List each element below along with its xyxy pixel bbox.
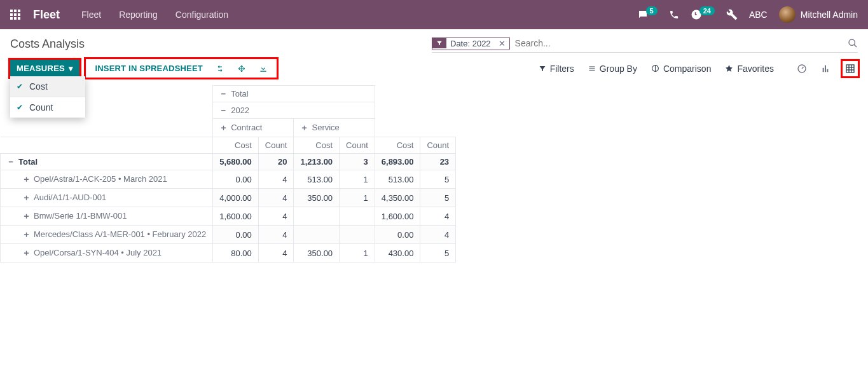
expand-all-icon[interactable] — [232, 62, 251, 76]
cell: 350.00 — [294, 189, 340, 207]
phone-icon[interactable] — [669, 10, 679, 20]
cell: 4 — [258, 207, 294, 226]
group-by-label: Group By — [600, 64, 637, 74]
download-icon[interactable] — [254, 62, 273, 76]
apps-icon[interactable] — [10, 10, 20, 20]
cell: 4 — [258, 226, 294, 244]
col-header-total[interactable]: −Total — [213, 86, 375, 102]
check-icon: ✔ — [17, 103, 24, 112]
navbar-left: Fleet Fleet Reporting Configuration — [10, 8, 228, 22]
cp-right: Filters Group By Comparison Favorites — [539, 61, 858, 76]
app-title[interactable]: Fleet — [33, 8, 60, 22]
cell: 4,350.00 — [375, 189, 420, 207]
cell: 4 — [258, 189, 294, 207]
nav-links: Fleet Reporting Configuration — [81, 10, 228, 20]
pivot-view-icon[interactable] — [843, 61, 858, 76]
measure-header[interactable]: Count — [420, 137, 456, 154]
measure-header[interactable]: Cost — [213, 137, 259, 154]
cell: 4 — [258, 170, 294, 189]
cell: 3 — [340, 154, 375, 170]
user-name: Mitchell Admin — [801, 10, 858, 20]
col-header-year[interactable]: −2022 — [213, 102, 375, 119]
measures-item-cost[interactable]: ✔ Cost — [10, 76, 85, 97]
expand-icon[interactable]: ＋ — [22, 247, 30, 259]
cell: 4 — [420, 207, 456, 226]
expand-icon[interactable]: ＋ — [22, 229, 30, 240]
spreadsheet-toolbar: INSERT IN SPREADSHEET — [86, 59, 277, 78]
row-header[interactable]: ＋Audi/A1/1-AUD-001 — [1, 189, 213, 207]
cell: 4,000.00 — [213, 189, 259, 207]
collapse-icon[interactable]: − — [219, 106, 227, 115]
comparison-button[interactable]: Comparison — [651, 64, 711, 74]
row-header[interactable]: ＋Opel/Corsa/1-SYN-404 • July 2021 — [1, 244, 213, 262]
measures-item-count[interactable]: ✔ Count — [10, 97, 85, 118]
search-icon[interactable] — [848, 38, 858, 48]
expand-icon[interactable]: ＋ — [22, 192, 30, 203]
expand-icon[interactable]: ＋ — [22, 174, 30, 185]
table-row: ＋Audi/A1/1-AUD-001 4,000.00 4 350.00 1 4… — [1, 189, 456, 207]
measures-item-label: Cost — [29, 81, 48, 92]
table-row: ＋Mercedes/Class A/1-MER-001 • February 2… — [1, 226, 456, 244]
cell: 5 — [420, 170, 456, 189]
cell: 6,893.00 — [375, 154, 420, 170]
row-header[interactable]: ＋Bmw/Serie 1/1-BMW-001 — [1, 207, 213, 226]
cell: 1 — [340, 189, 375, 207]
row-header[interactable]: ＋Opel/Astra/1-ACK-205 • March 2021 — [1, 170, 213, 189]
col-header-service[interactable]: ＋Service — [294, 119, 375, 137]
page-title: Costs Analysis — [10, 37, 85, 51]
expand-icon[interactable]: ＋ — [300, 122, 308, 133]
graph-view-icon[interactable] — [818, 61, 834, 76]
measures-item-label: Count — [29, 102, 53, 112]
cell: 5,680.00 — [213, 154, 259, 170]
activities-badge: 24 — [699, 6, 715, 15]
col-header-contract[interactable]: ＋Contract — [213, 119, 294, 137]
messages-badge: 5 — [646, 6, 658, 15]
svg-point-0 — [849, 39, 855, 45]
caret-down-icon: ▾ — [69, 64, 73, 73]
search-facet-date: Date: 2022 ✕ — [432, 37, 510, 50]
table-row: ＋Bmw/Serie 1/1-BMW-001 1,600.00 4 1,600.… — [1, 207, 456, 226]
measures-button[interactable]: MEASURES ▾ — [10, 60, 79, 77]
nav-link-reporting[interactable]: Reporting — [119, 10, 158, 20]
top-navbar: Fleet Fleet Reporting Configuration 5 24… — [0, 0, 868, 29]
measures-dropdown: ✔ Cost ✔ Count — [10, 76, 85, 118]
cell — [294, 226, 340, 244]
favorites-label: Favorites — [737, 64, 774, 74]
user-menu[interactable]: Mitchell Admin — [779, 6, 858, 23]
measure-header[interactable]: Count — [340, 137, 375, 154]
expand-icon[interactable]: ＋ — [219, 122, 227, 133]
facet-remove-icon[interactable]: ✕ — [495, 39, 509, 48]
debug-icon[interactable] — [726, 9, 738, 20]
check-icon: ✔ — [17, 82, 24, 91]
insert-spreadsheet-button[interactable]: INSERT IN SPREADSHEET — [90, 61, 208, 76]
nav-link-fleet[interactable]: Fleet — [81, 10, 101, 20]
flip-axis-icon[interactable] — [210, 62, 230, 76]
svg-rect-4 — [846, 65, 854, 72]
expand-icon[interactable]: ＋ — [22, 210, 30, 222]
group-by-button[interactable]: Group By — [588, 64, 637, 74]
cell: 0.00 — [213, 170, 259, 189]
measure-header[interactable]: Cost — [375, 137, 420, 154]
pivot-table-container: −Total −2022 ＋Contract ＋Service Cost Cou… — [0, 85, 868, 262]
cell: 0.00 — [375, 226, 420, 244]
company-selector[interactable]: ABC — [749, 10, 768, 20]
collapse-icon[interactable]: − — [7, 157, 15, 167]
cell: 5 — [420, 189, 456, 207]
svg-line-1 — [854, 44, 857, 47]
measure-header[interactable]: Count — [258, 137, 294, 154]
search-bar: Date: 2022 ✕ — [432, 36, 858, 53]
search-input[interactable] — [510, 36, 848, 51]
row-header[interactable]: ＋Mercedes/Class A/1-MER-001 • February 2… — [1, 226, 213, 244]
favorites-button[interactable]: Favorites — [725, 64, 774, 74]
messages-icon[interactable]: 5 — [637, 9, 658, 20]
measure-header[interactable]: Cost — [294, 137, 340, 154]
row-header-total[interactable]: −Total — [1, 154, 213, 170]
control-panel: Costs Analysis Date: 2022 ✕ MEASURES ▾ I… — [0, 29, 868, 83]
cell: 5 — [420, 244, 456, 262]
dashboard-view-icon[interactable] — [794, 61, 809, 76]
collapse-icon[interactable]: − — [219, 89, 227, 99]
nav-link-configuration[interactable]: Configuration — [176, 10, 228, 20]
activities-icon[interactable]: 24 — [691, 9, 715, 20]
filters-button[interactable]: Filters — [539, 64, 574, 74]
cell: 20 — [258, 154, 294, 170]
